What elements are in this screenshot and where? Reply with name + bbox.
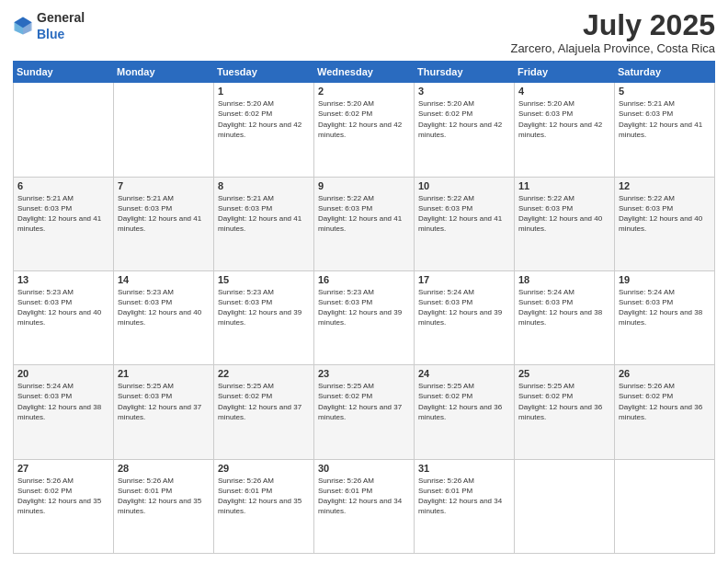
- calendar-cell: 15Sunrise: 5:23 AM Sunset: 6:03 PM Dayli…: [214, 270, 314, 364]
- day-info: Sunrise: 5:20 AM Sunset: 6:02 PM Dayligh…: [418, 98, 510, 140]
- col-sunday: Sunday: [14, 62, 114, 83]
- day-number: 28: [118, 463, 210, 474]
- day-info: Sunrise: 5:22 AM Sunset: 6:03 PM Dayligh…: [418, 193, 510, 235]
- calendar-header-row: Sunday Monday Tuesday Wednesday Thursday…: [14, 62, 715, 83]
- day-info: Sunrise: 5:26 AM Sunset: 6:01 PM Dayligh…: [118, 476, 210, 517]
- calendar-cell: 4Sunrise: 5:20 AM Sunset: 6:03 PM Daylig…: [515, 83, 615, 177]
- calendar-week-row: 6Sunrise: 5:21 AM Sunset: 6:03 PM Daylig…: [14, 177, 715, 270]
- calendar-cell: 22Sunrise: 5:25 AM Sunset: 6:02 PM Dayli…: [214, 365, 314, 459]
- col-monday: Monday: [114, 62, 214, 83]
- day-info: Sunrise: 5:24 AM Sunset: 6:03 PM Dayligh…: [518, 287, 610, 328]
- day-number: 2: [318, 86, 410, 97]
- calendar-cell: [14, 83, 114, 177]
- day-number: 19: [619, 274, 711, 285]
- calendar-table: Sunday Monday Tuesday Wednesday Thursday…: [13, 61, 715, 554]
- day-info: Sunrise: 5:22 AM Sunset: 6:03 PM Dayligh…: [518, 193, 610, 235]
- calendar-cell: [515, 459, 615, 553]
- day-number: 29: [218, 463, 310, 474]
- day-info: Sunrise: 5:26 AM Sunset: 6:02 PM Dayligh…: [17, 476, 109, 517]
- title-block: July 2025 Zarcero, Alajuela Province, Co…: [510, 9, 715, 55]
- page: General Blue July 2025 Zarcero, Alajuela…: [0, 0, 728, 563]
- calendar-cell: 20Sunrise: 5:24 AM Sunset: 6:03 PM Dayli…: [14, 365, 114, 459]
- col-thursday: Thursday: [415, 62, 515, 83]
- day-number: 16: [318, 274, 410, 285]
- day-info: Sunrise: 5:23 AM Sunset: 6:03 PM Dayligh…: [218, 287, 310, 328]
- month-title: July 2025: [510, 9, 715, 41]
- day-number: 7: [118, 180, 210, 191]
- day-number: 15: [218, 274, 310, 285]
- calendar-week-row: 13Sunrise: 5:23 AM Sunset: 6:03 PM Dayli…: [14, 270, 715, 364]
- day-info: Sunrise: 5:26 AM Sunset: 6:01 PM Dayligh…: [218, 476, 310, 517]
- day-number: 26: [619, 368, 711, 379]
- day-number: 17: [418, 274, 510, 285]
- day-number: 4: [518, 86, 610, 97]
- calendar-cell: 31Sunrise: 5:26 AM Sunset: 6:01 PM Dayli…: [415, 459, 515, 553]
- day-info: Sunrise: 5:23 AM Sunset: 6:03 PM Dayligh…: [318, 287, 410, 328]
- day-number: 9: [318, 180, 410, 191]
- day-number: 6: [17, 180, 109, 191]
- day-info: Sunrise: 5:25 AM Sunset: 6:02 PM Dayligh…: [418, 381, 510, 422]
- day-info: Sunrise: 5:25 AM Sunset: 6:02 PM Dayligh…: [318, 381, 410, 422]
- calendar-cell: 6Sunrise: 5:21 AM Sunset: 6:03 PM Daylig…: [14, 177, 114, 270]
- day-number: 25: [518, 368, 610, 379]
- header: General Blue July 2025 Zarcero, Alajuela…: [13, 9, 715, 55]
- calendar-cell: 18Sunrise: 5:24 AM Sunset: 6:03 PM Dayli…: [515, 270, 615, 364]
- day-info: Sunrise: 5:23 AM Sunset: 6:03 PM Dayligh…: [118, 287, 210, 328]
- day-number: 5: [619, 86, 711, 97]
- day-info: Sunrise: 5:25 AM Sunset: 6:02 PM Dayligh…: [518, 381, 610, 422]
- day-info: Sunrise: 5:21 AM Sunset: 6:03 PM Dayligh…: [218, 193, 310, 235]
- calendar-cell: [615, 459, 715, 553]
- day-number: 18: [518, 274, 610, 285]
- col-wednesday: Wednesday: [314, 62, 415, 83]
- day-number: 14: [118, 274, 210, 285]
- calendar-cell: 16Sunrise: 5:23 AM Sunset: 6:03 PM Dayli…: [314, 270, 415, 364]
- logo-blue: Blue: [37, 27, 64, 41]
- calendar-week-row: 1Sunrise: 5:20 AM Sunset: 6:02 PM Daylig…: [14, 83, 715, 177]
- day-info: Sunrise: 5:20 AM Sunset: 6:02 PM Dayligh…: [318, 98, 410, 140]
- logo-icon: [13, 16, 33, 36]
- day-info: Sunrise: 5:26 AM Sunset: 6:01 PM Dayligh…: [318, 476, 410, 517]
- calendar-cell: 28Sunrise: 5:26 AM Sunset: 6:01 PM Dayli…: [114, 459, 214, 553]
- calendar-cell: 30Sunrise: 5:26 AM Sunset: 6:01 PM Dayli…: [314, 459, 415, 553]
- col-tuesday: Tuesday: [214, 62, 314, 83]
- col-friday: Friday: [515, 62, 615, 83]
- calendar-cell: 10Sunrise: 5:22 AM Sunset: 6:03 PM Dayli…: [415, 177, 515, 270]
- day-info: Sunrise: 5:21 AM Sunset: 6:03 PM Dayligh…: [17, 193, 109, 235]
- calendar-cell: 13Sunrise: 5:23 AM Sunset: 6:03 PM Dayli…: [14, 270, 114, 364]
- day-number: 22: [218, 368, 310, 379]
- day-number: 20: [17, 368, 109, 379]
- day-number: 13: [17, 274, 109, 285]
- day-info: Sunrise: 5:20 AM Sunset: 6:02 PM Dayligh…: [218, 98, 310, 140]
- day-info: Sunrise: 5:25 AM Sunset: 6:02 PM Dayligh…: [218, 381, 310, 422]
- calendar-cell: 5Sunrise: 5:21 AM Sunset: 6:03 PM Daylig…: [615, 83, 715, 177]
- day-number: 24: [418, 368, 510, 379]
- logo-text: General Blue: [37, 9, 85, 42]
- day-number: 21: [118, 368, 210, 379]
- day-info: Sunrise: 5:25 AM Sunset: 6:03 PM Dayligh…: [118, 381, 210, 422]
- calendar-cell: 12Sunrise: 5:22 AM Sunset: 6:03 PM Dayli…: [615, 177, 715, 270]
- calendar-cell: 14Sunrise: 5:23 AM Sunset: 6:03 PM Dayli…: [114, 270, 214, 364]
- col-saturday: Saturday: [615, 62, 715, 83]
- calendar-cell: 24Sunrise: 5:25 AM Sunset: 6:02 PM Dayli…: [415, 365, 515, 459]
- day-number: 30: [318, 463, 410, 474]
- calendar-cell: 2Sunrise: 5:20 AM Sunset: 6:02 PM Daylig…: [314, 83, 415, 177]
- day-info: Sunrise: 5:24 AM Sunset: 6:03 PM Dayligh…: [418, 287, 510, 328]
- calendar-cell: 25Sunrise: 5:25 AM Sunset: 6:02 PM Dayli…: [515, 365, 615, 459]
- calendar-week-row: 27Sunrise: 5:26 AM Sunset: 6:02 PM Dayli…: [14, 459, 715, 553]
- day-number: 31: [418, 463, 510, 474]
- day-info: Sunrise: 5:22 AM Sunset: 6:03 PM Dayligh…: [318, 193, 410, 235]
- day-info: Sunrise: 5:20 AM Sunset: 6:03 PM Dayligh…: [518, 98, 610, 140]
- calendar-cell: 21Sunrise: 5:25 AM Sunset: 6:03 PM Dayli…: [114, 365, 214, 459]
- calendar-cell: 8Sunrise: 5:21 AM Sunset: 6:03 PM Daylig…: [214, 177, 314, 270]
- calendar-cell: 19Sunrise: 5:24 AM Sunset: 6:03 PM Dayli…: [615, 270, 715, 364]
- day-number: 12: [619, 180, 711, 191]
- day-info: Sunrise: 5:24 AM Sunset: 6:03 PM Dayligh…: [17, 381, 109, 422]
- day-number: 11: [518, 180, 610, 191]
- calendar-cell: 29Sunrise: 5:26 AM Sunset: 6:01 PM Dayli…: [214, 459, 314, 553]
- calendar-cell: 1Sunrise: 5:20 AM Sunset: 6:02 PM Daylig…: [214, 83, 314, 177]
- day-number: 27: [17, 463, 109, 474]
- calendar-cell: 27Sunrise: 5:26 AM Sunset: 6:02 PM Dayli…: [14, 459, 114, 553]
- day-info: Sunrise: 5:26 AM Sunset: 6:02 PM Dayligh…: [619, 381, 711, 422]
- day-info: Sunrise: 5:22 AM Sunset: 6:03 PM Dayligh…: [619, 193, 711, 235]
- day-info: Sunrise: 5:23 AM Sunset: 6:03 PM Dayligh…: [17, 287, 109, 328]
